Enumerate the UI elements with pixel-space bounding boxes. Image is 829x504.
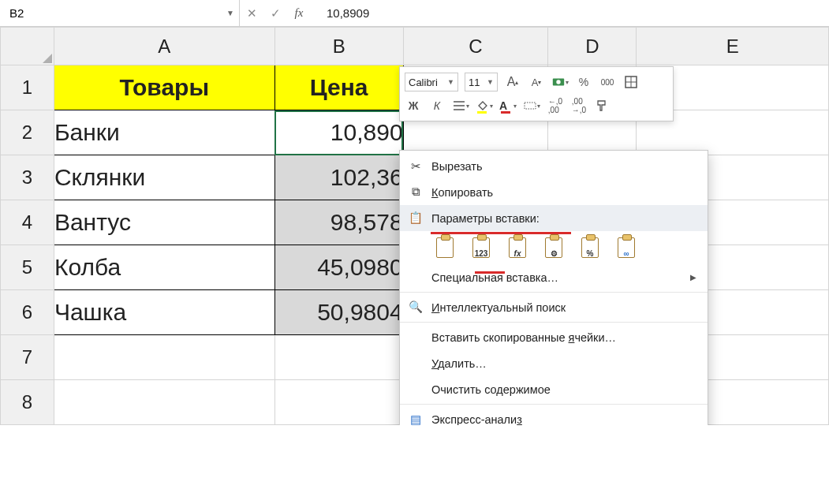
cell-A2[interactable]: Банки <box>54 110 274 155</box>
cell-B8[interactable] <box>274 380 403 425</box>
accept-formula-icon[interactable]: ✓ <box>263 0 287 26</box>
chevron-down-icon: ▾ <box>466 103 469 110</box>
thousands-format-icon[interactable]: 000 <box>599 73 616 91</box>
paste-percent-icon[interactable]: % <box>577 236 603 259</box>
merge-icon[interactable]: ▾ <box>523 97 540 114</box>
menu-copy[interactable]: ⧉ Копировать <box>400 179 708 205</box>
bold-button[interactable]: Ж <box>405 97 422 114</box>
align-icon[interactable]: ▾ <box>452 97 469 114</box>
chevron-down-icon: ▾ <box>490 103 493 110</box>
italic-button[interactable]: К <box>428 97 446 114</box>
cell-B4[interactable]: 98,578 <box>274 200 403 245</box>
scissors-icon: ✂ <box>408 160 424 173</box>
format-painter-icon[interactable] <box>594 97 611 114</box>
cell-A7[interactable] <box>54 335 274 380</box>
menu-label: Экспресс-анализ <box>431 413 522 426</box>
quick-analysis-icon: ▤ <box>408 413 424 426</box>
menu-cut[interactable]: ✂ Вырезать <box>400 153 708 179</box>
fx-icon[interactable]: fx <box>287 0 311 26</box>
row-header-7[interactable]: 7 <box>1 335 54 380</box>
font-selector[interactable]: Calibri▼ <box>405 73 458 91</box>
row-header-5[interactable]: 5 <box>1 245 54 290</box>
chevron-down-icon: ▾ <box>537 103 540 110</box>
cell-B6[interactable]: 50,9804 <box>274 290 403 335</box>
menu-label: Удалить… <box>431 357 487 370</box>
paste-all-icon[interactable] <box>431 236 458 259</box>
percent-format-icon[interactable]: % <box>575 73 592 91</box>
menu-clear[interactable]: Очистить содержимое <box>400 376 708 402</box>
cancel-formula-icon[interactable]: ✕ <box>240 0 263 26</box>
menu-label: Параметры вставки: <box>431 212 540 225</box>
search-icon: 🔍 <box>408 301 424 314</box>
col-header-B[interactable]: B <box>274 28 403 65</box>
borders-icon[interactable] <box>622 73 640 91</box>
cell-B2[interactable]: 10,890 <box>274 110 403 155</box>
col-header-E[interactable]: E <box>637 28 829 65</box>
chevron-down-icon: ▼ <box>447 78 454 86</box>
row-header-3[interactable]: 3 <box>1 155 54 200</box>
menu-paste-options-header: 📋 Параметры вставки: <box>400 205 708 231</box>
menu-smart-lookup[interactable]: 🔍 Интеллектуальный поиск <box>400 294 708 320</box>
name-box-dropdown-icon[interactable]: ▼ <box>226 9 234 17</box>
row-header-6[interactable]: 6 <box>1 290 54 335</box>
row-header-2[interactable]: 2 <box>1 110 54 155</box>
annotation-underline <box>475 271 505 274</box>
col-header-D[interactable]: D <box>548 28 637 65</box>
clipboard-icon: 📋 <box>408 211 424 225</box>
font-size: 11 <box>469 77 480 88</box>
menu-label: Интеллектуальный поиск <box>431 301 566 314</box>
row-header-4[interactable]: 4 <box>1 200 54 245</box>
font-color-icon[interactable]: A▾ <box>499 97 517 114</box>
chevron-down-icon: ▾ <box>513 103 517 110</box>
cell-A1[interactable]: Товары <box>54 65 274 110</box>
chevron-down-icon: ▼ <box>487 78 494 86</box>
cell-A6[interactable]: Чашка <box>54 290 274 335</box>
cell-A4[interactable]: Вантус <box>54 200 274 245</box>
chevron-down-icon: ▾ <box>566 79 569 86</box>
currency-format-icon[interactable]: ▾ <box>551 73 569 91</box>
menu-label: Вырезать <box>431 160 483 173</box>
cell-A3[interactable]: Склянки <box>54 155 274 200</box>
cell-A8[interactable] <box>54 380 274 425</box>
paste-formatting-icon[interactable]: ⚙ <box>540 236 567 259</box>
increase-decimal-icon[interactable]: ←,0,00 <box>547 97 564 114</box>
mini-toolbar: Calibri▼ 11▼ A▴ A▾ ▾ % 000 Ж К ▾ ▾ A▾ ▾ … <box>399 66 674 121</box>
formula-bar: ▼ ✕ ✓ fx 10,8909 <box>0 0 829 27</box>
copy-icon: ⧉ <box>408 185 424 199</box>
menu-label: Вставить скопированные ячейки… <box>431 331 616 344</box>
cell-A5[interactable]: Колба <box>54 245 274 290</box>
paste-link-icon[interactable]: ∞ <box>613 236 640 259</box>
menu-insert-copied[interactable]: Вставить скопированные ячейки… <box>400 324 708 350</box>
menu-separator <box>400 292 708 293</box>
annotation-underline <box>431 232 571 234</box>
paste-formulas-icon[interactable]: fx <box>504 236 531 259</box>
name-box[interactable]: ▼ <box>0 0 240 26</box>
decrease-font-icon[interactable]: A▾ <box>528 73 545 91</box>
menu-quick-analysis[interactable]: ▤ Экспресс-анализ <box>400 406 708 425</box>
cell-B7[interactable] <box>274 335 403 380</box>
menu-paste-special[interactable]: Специальная вставка… ▶ <box>400 264 708 290</box>
row-header-1[interactable]: 1 <box>1 65 54 110</box>
paste-values-icon[interactable]: 123 <box>468 236 495 259</box>
context-menu: ✂ Вырезать ⧉ Копировать 📋 Параметры вста… <box>399 150 708 425</box>
menu-label: Очистить содержимое <box>431 383 551 396</box>
menu-delete[interactable]: Удалить… <box>400 350 708 376</box>
svg-point-1 <box>556 80 560 84</box>
fill-color-icon[interactable]: ▾ <box>476 97 493 114</box>
row-header-8[interactable]: 8 <box>1 380 54 425</box>
cell-B5[interactable]: 45,0980 <box>274 245 403 290</box>
decrease-decimal-icon[interactable]: ,00→,0 <box>570 97 588 114</box>
name-box-input[interactable] <box>8 6 231 21</box>
paste-options-row: 123 fx ⚙ % ∞ <box>400 231 708 264</box>
spreadsheet-grid: A B C D E 1 Товары Цена 2 Банки 10,890 3… <box>0 27 829 425</box>
col-header-C[interactable]: C <box>403 28 548 65</box>
cell-B1[interactable]: Цена <box>274 65 403 110</box>
formula-value[interactable]: 10,8909 <box>311 6 369 20</box>
cell-B3[interactable]: 102,36 <box>274 155 403 200</box>
font-name: Calibri <box>409 77 438 88</box>
menu-label: Копировать <box>431 186 493 199</box>
font-size-selector[interactable]: 11▼ <box>465 73 498 91</box>
col-header-A[interactable]: A <box>54 28 274 65</box>
select-all-corner[interactable] <box>1 28 54 65</box>
increase-font-icon[interactable]: A▴ <box>504 73 521 91</box>
